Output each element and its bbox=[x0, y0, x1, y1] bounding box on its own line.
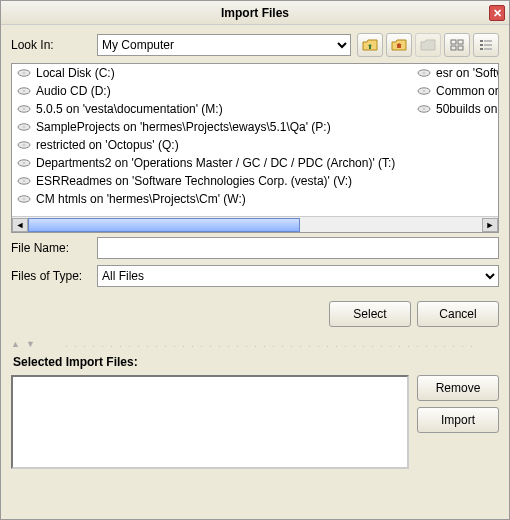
list-item[interactable]: Common on bbox=[412, 82, 498, 100]
select-button[interactable]: Select bbox=[329, 301, 411, 327]
svg-rect-8 bbox=[480, 48, 483, 50]
svg-rect-3 bbox=[458, 46, 463, 50]
svg-rect-6 bbox=[480, 44, 483, 46]
list-item[interactable]: Audio CD (D:) bbox=[12, 82, 412, 100]
filetype-label: Files of Type: bbox=[11, 269, 91, 283]
home-icon[interactable] bbox=[386, 33, 412, 57]
scroll-track[interactable] bbox=[28, 218, 482, 232]
file-list-pane: Local Disk (C:)Audio CD (D:)5.0.5 on 've… bbox=[11, 63, 499, 233]
svg-point-21 bbox=[23, 162, 26, 163]
list-item[interactable]: esr on 'Softw bbox=[412, 64, 498, 82]
horizontal-scrollbar[interactable]: ◄ ► bbox=[12, 216, 498, 232]
list-item[interactable]: SampleProjects on 'hermes\Projects\eways… bbox=[12, 118, 412, 136]
list-item-label: CM htmls on 'hermes\Projects\Cm' (W:) bbox=[36, 192, 246, 206]
svg-rect-2 bbox=[451, 46, 456, 50]
svg-point-29 bbox=[423, 90, 426, 91]
list-item-label: ESRReadmes on 'Software Technologies Cor… bbox=[36, 174, 352, 188]
filename-label: File Name: bbox=[11, 241, 91, 255]
svg-rect-5 bbox=[484, 40, 492, 42]
selected-files-list[interactable] bbox=[11, 375, 409, 469]
lookin-label: Look In: bbox=[11, 38, 91, 52]
svg-point-11 bbox=[23, 72, 26, 73]
svg-point-17 bbox=[23, 126, 26, 127]
list-item[interactable]: restricted on 'Octopus' (Q:) bbox=[12, 136, 412, 154]
list-item[interactable]: 5.0.5 on 'vesta\documentation' (M:) bbox=[12, 100, 412, 118]
svg-rect-0 bbox=[451, 40, 456, 44]
section-divider: ▲ ▼ · · · · · · · · · · · · · · · · · · … bbox=[11, 339, 499, 349]
list-item[interactable]: Local Disk (C:) bbox=[12, 64, 412, 82]
list-item-label: esr on 'Softw bbox=[436, 66, 498, 80]
list-item[interactable]: ESRReadmes on 'Software Technologies Cor… bbox=[12, 172, 412, 190]
window-title: Import Files bbox=[221, 6, 289, 20]
list-item-label: Common on bbox=[436, 84, 498, 98]
svg-rect-1 bbox=[458, 40, 463, 44]
lookin-dropdown[interactable]: My Computer bbox=[97, 34, 351, 56]
list-item[interactable]: Departments2 on 'Operations Master / GC … bbox=[12, 154, 412, 172]
drive-icon bbox=[16, 84, 32, 98]
remove-button[interactable]: Remove bbox=[417, 375, 499, 401]
titlebar: Import Files ✕ bbox=[1, 1, 509, 25]
drive-icon bbox=[16, 192, 32, 206]
list-item-label: Departments2 on 'Operations Master / GC … bbox=[36, 156, 395, 170]
list-view-icon[interactable] bbox=[444, 33, 470, 57]
up-folder-icon[interactable] bbox=[357, 33, 383, 57]
list-item[interactable]: 50builds on bbox=[412, 100, 498, 118]
svg-point-23 bbox=[23, 180, 26, 181]
drive-icon bbox=[416, 66, 432, 80]
filetype-dropdown[interactable]: All Files bbox=[97, 265, 499, 287]
dialog-content: Look In: My Computer Local Disk (C:)Audi… bbox=[1, 25, 509, 477]
filename-input[interactable] bbox=[97, 237, 499, 259]
list-item-label: 50builds on bbox=[436, 102, 497, 116]
scroll-left-icon[interactable]: ◄ bbox=[12, 218, 28, 232]
drive-icon bbox=[16, 102, 32, 116]
list-item[interactable]: CM htmls on 'hermes\Projects\Cm' (W:) bbox=[12, 190, 412, 208]
scroll-right-icon[interactable]: ► bbox=[482, 218, 498, 232]
svg-rect-4 bbox=[480, 40, 483, 42]
details-view-icon[interactable] bbox=[473, 33, 499, 57]
list-item-label: restricted on 'Octopus' (Q:) bbox=[36, 138, 179, 152]
drive-icon bbox=[16, 174, 32, 188]
svg-point-25 bbox=[23, 198, 26, 199]
toolbar bbox=[357, 33, 499, 57]
new-folder-icon bbox=[415, 33, 441, 57]
drive-icon bbox=[16, 66, 32, 80]
drive-icon bbox=[416, 84, 432, 98]
list-item-label: 5.0.5 on 'vesta\documentation' (M:) bbox=[36, 102, 223, 116]
svg-point-27 bbox=[423, 72, 426, 73]
list-item-label: SampleProjects on 'hermes\Projects\eways… bbox=[36, 120, 331, 134]
drive-icon bbox=[416, 102, 432, 116]
collapse-down-icon[interactable]: ▼ bbox=[26, 339, 35, 349]
svg-rect-7 bbox=[484, 44, 492, 46]
svg-point-13 bbox=[23, 90, 26, 91]
selected-files-label: Selected Import Files: bbox=[13, 355, 499, 369]
import-button[interactable]: Import bbox=[417, 407, 499, 433]
svg-point-19 bbox=[23, 144, 26, 145]
scroll-thumb[interactable] bbox=[28, 218, 300, 232]
drive-icon bbox=[16, 156, 32, 170]
cancel-button[interactable]: Cancel bbox=[417, 301, 499, 327]
close-icon[interactable]: ✕ bbox=[489, 5, 505, 21]
collapse-up-icon[interactable]: ▲ bbox=[11, 339, 20, 349]
svg-rect-9 bbox=[484, 48, 492, 50]
svg-point-15 bbox=[23, 108, 26, 109]
list-item-label: Audio CD (D:) bbox=[36, 84, 111, 98]
list-item-label: Local Disk (C:) bbox=[36, 66, 115, 80]
drive-icon bbox=[16, 138, 32, 152]
drive-icon bbox=[16, 120, 32, 134]
svg-point-31 bbox=[423, 108, 426, 109]
